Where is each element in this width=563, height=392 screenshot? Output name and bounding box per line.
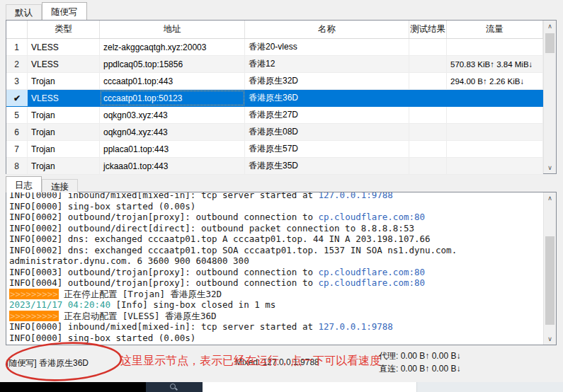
row-check-icon: ✔ [6, 90, 28, 106]
cell-type: Trojan [28, 158, 100, 174]
traffic-rates: 代理: 0.00 B↑ 0.00 B↓ 直连: 0.00 B↑ 0.00 B↓ [379, 350, 460, 375]
row-number: 1 [6, 39, 28, 55]
log-line: INFO[0000] inbound/mixed[mixed-in]: tcp … [9, 192, 542, 201]
log-line: 2023/11/17 04:20:40 [Info] sing-box clos… [9, 299, 542, 311]
table-row[interactable]: ✔VLESScccaatp01.top:50123香港原生36D [6, 90, 543, 107]
cell-traffic [447, 124, 543, 140]
taskbar-dark-segment [0, 382, 146, 392]
cell-address: pplaca01.top:443 [100, 141, 245, 157]
table-row[interactable]: 5Trojanoqkgn03.xyz:443香港原生27D [6, 107, 543, 124]
row-number: 6 [6, 124, 28, 140]
cell-address: oqkgn04.xyz:443 [100, 124, 245, 140]
log-line: INFO[0004] outbound/trojan[proxy]: outbo… [9, 277, 542, 289]
cell-type: VLESS [28, 39, 100, 55]
search-icon [170, 384, 176, 389]
cell-traffic: 294.00 B↑ 2.26 KiB↓ [447, 73, 543, 89]
cell-type: Trojan [28, 107, 100, 123]
log-line: INFO[0003] outbound/trojan[proxy]: outbo… [9, 267, 542, 278]
cell-type: VLESS [28, 56, 100, 72]
log-badge: >>>>>>>>> [9, 311, 59, 321]
table-row[interactable]: 3Trojancccaatp01.top:443香港原生32D294.00 B↑… [6, 73, 543, 90]
log-segment: INFO[0002] dns: exchanged cccaatp01.top … [9, 234, 431, 244]
log-line: >>>>>>>>> 正在停止配置 [Trojan] 香港原生32D [9, 289, 542, 300]
log-tab[interactable]: 日志 [6, 176, 42, 192]
cell-traffic [447, 39, 543, 55]
cell-name: 香港原生32D [245, 73, 409, 89]
column-header[interactable]: 地址 [100, 21, 245, 38]
annotation-text: 这里显示节点，表示已经在运行，点一下可以看速度 [120, 354, 381, 369]
cell-type: Trojan [28, 73, 100, 89]
column-header[interactable]: 测试结果 [409, 21, 447, 38]
scrollbar-thumb[interactable] [545, 33, 555, 53]
app-window: 默认随便写 类型地址名称测试结果流量 1VLESSzelz-akggcaqtgh… [0, 0, 563, 392]
cell-address: cccaatp01.top:50123 [100, 90, 245, 106]
log-segment: INFO[0003] outbound/trojan[proxy]: outbo… [9, 267, 319, 277]
cell-address: zelz-akggcaqtgh.xyz:20003 [100, 39, 245, 55]
cell-name: 香港原生35D [245, 158, 409, 174]
cell-traffic [447, 107, 543, 123]
cell-address: jckaaa01.top:443 [100, 158, 245, 174]
log-line: INFO[0000] sing-box started (0.00s) [9, 201, 542, 212]
column-header[interactable]: 流量 [447, 21, 543, 38]
row-number: 3 [6, 73, 28, 89]
cell-address: oqkgn03.xyz:443 [100, 107, 245, 123]
cell-name: 香港原生57D [245, 141, 409, 157]
table-row[interactable]: 7Trojanpplaca01.top:443香港原生57D [6, 141, 543, 158]
log-segment: cp.cloudflare.com:80 [319, 267, 426, 277]
log-tab-bar: 日志连接 [6, 177, 78, 192]
scroll-down-icon[interactable]: ∨ [544, 162, 556, 173]
log-tab[interactable]: 连接 [42, 179, 78, 192]
cell-type: Trojan [28, 141, 100, 157]
scrollbar-thumb[interactable] [545, 236, 555, 325]
cell-test-result [409, 56, 447, 72]
status-bar: [随便写] 香港原生36D Mixed: 127.0.0.1:9788 这里显示… [0, 345, 563, 382]
cell-test-result [409, 158, 447, 174]
cell-test-result [409, 39, 447, 55]
cell-name: 香港原生36D [245, 90, 409, 106]
log-segment: cp.cloudflare.com:80 [319, 277, 426, 288]
log-line: INFO[0002] outbound/direct[direct]: outb… [9, 223, 542, 234]
log-line: INFO[0002] outbound/trojan[proxy]: outbo… [9, 212, 542, 223]
config-tab-bar: 默认随便写 [6, 2, 87, 20]
table-row[interactable]: 8Trojanjckaaa01.top:443香港原生35D [6, 158, 543, 175]
table-row[interactable]: 2VLESSppdlcaq05.top:15856香港12570.83 KiB↑… [6, 56, 543, 73]
cell-traffic: 570.83 KiB↑ 3.84 MiB↓ [447, 56, 543, 72]
row-number: 2 [6, 56, 28, 72]
cell-address: ppdlcaq05.top:15856 [100, 56, 245, 72]
cell-address: cccaatp01.top:443 [100, 73, 245, 89]
log-segment: 正在停止配置 [Trojan] 香港原生32D [59, 289, 222, 299]
taskbar [0, 382, 563, 392]
server-table-body: 1VLESSzelz-akggcaqtgh.xyz:20003香港20-vles… [6, 39, 543, 175]
log-badge: >>>>>>>>> [9, 289, 59, 299]
config-tab[interactable]: 默认 [6, 4, 42, 20]
scroll-up-icon[interactable]: ∧ [544, 21, 556, 32]
config-tab[interactable]: 随便写 [42, 2, 87, 20]
row-number: 5 [6, 107, 28, 123]
table-row[interactable]: 6Trojanoqkgn04.xyz:443香港原生08D [6, 124, 543, 141]
server-table-scrollbar[interactable]: ∧ ∨ [543, 21, 556, 173]
cell-traffic [447, 90, 543, 106]
log-line: INFO[0002] dns: exchanged cccaatp01.top … [9, 234, 542, 245]
table-row[interactable]: 1VLESSzelz-akggcaqtgh.xyz:20003香港20-vles… [6, 39, 543, 56]
scroll-down-icon[interactable]: ∨ [544, 333, 556, 345]
log-scrollbar[interactable]: ∧ ∨ [543, 192, 556, 345]
active-node-label[interactable]: [随便写] 香港原生36D [6, 357, 89, 369]
log-segment: INFO[0002] outbound/trojan[proxy]: outbo… [9, 212, 319, 222]
column-header[interactable]: 类型 [28, 21, 100, 38]
cell-test-result [409, 73, 447, 89]
column-header[interactable]: 名称 [245, 21, 409, 38]
cell-test-result [409, 90, 447, 106]
log-segment: cp.cloudflare.com:80 [319, 212, 426, 222]
taskbar-tray-segment [416, 382, 563, 392]
taskbar-search-button[interactable] [146, 382, 203, 392]
row-number: 7 [6, 141, 28, 157]
log-segment: INFO[0002] outbound/direct[direct]: outb… [9, 223, 414, 234]
log-line: INFO[0000] sing-box started (0.00s) [9, 333, 542, 344]
log-output: INFO[0000] inbound/mixed[mixed-in]: tcp … [6, 192, 557, 345]
proxy-rate: 代理: 0.00 B↑ 0.00 B↓ [379, 350, 460, 362]
column-header[interactable] [6, 21, 28, 38]
server-table: 类型地址名称测试结果流量 1VLESSzelz-akggcaqtgh.xyz:2… [6, 20, 557, 174]
cell-type: VLESS [28, 90, 100, 106]
cell-test-result [409, 107, 447, 123]
scroll-up-icon[interactable]: ∧ [544, 192, 556, 204]
